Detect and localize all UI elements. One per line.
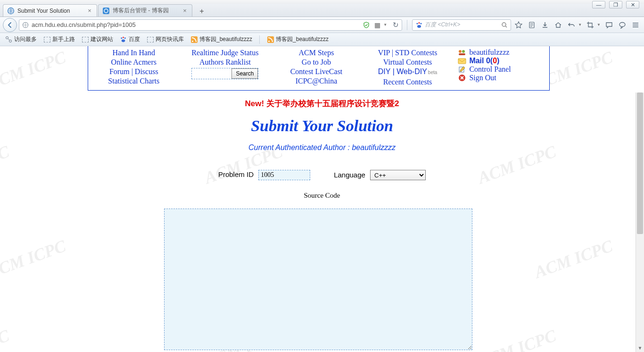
bookmark-item[interactable]: 网页快讯库: [144, 34, 186, 44]
search-go-icon[interactable]: [501, 22, 508, 28]
nav-user-col: beautifulzzzz Mail 0(0) Control Panel Si…: [453, 46, 549, 90]
browser-search-input[interactable]: 百度 <Ctrl+K>: [412, 19, 511, 31]
signout-icon: [458, 74, 466, 82]
cnblogs-icon: [102, 7, 110, 15]
nav-link[interactable]: Go to Job: [271, 58, 362, 67]
bookmark-item[interactable]: 建议网站: [79, 34, 116, 44]
address-bar-row: acm.hdu.edu.cn/submit.php?pid=1005 ▦ ▼ ↻…: [0, 17, 644, 33]
browser-tab[interactable]: 博客后台管理 - 博客园 ×: [98, 4, 192, 17]
svg-point-13: [121, 37, 122, 39]
language-group: Language C++: [334, 170, 426, 180]
svg-point-11: [6, 37, 8, 39]
bookmark-star-icon[interactable]: [513, 19, 524, 31]
problem-id-input[interactable]: [258, 170, 310, 180]
username-link[interactable]: beautifulzzzz: [469, 48, 509, 57]
download-icon[interactable]: [539, 19, 551, 31]
maximize-button[interactable]: ❐: [609, 1, 622, 8]
bookmark-label: 新手上路: [52, 35, 75, 43]
url-input[interactable]: acm.hdu.edu.cn/submit.php?pid=1005 ▦ ▼ ↻: [19, 19, 402, 31]
menu-icon[interactable]: [630, 19, 641, 31]
feedback-icon[interactable]: [617, 19, 628, 31]
clipboard-icon[interactable]: [526, 19, 537, 31]
nav-link[interactable]: Virtual Contests: [362, 58, 454, 67]
nav-link[interactable]: Online Acmers: [88, 58, 180, 67]
home-icon[interactable]: [553, 19, 564, 31]
bookmark-item[interactable]: 访问最多: [3, 34, 39, 44]
nav-col-3: ACM Steps Go to Job Contest LiveCast ICP…: [271, 46, 362, 90]
nav-link[interactable]: Recent Contests: [362, 77, 454, 87]
bookmarks-bar: 访问最多 新手上路 建议网站 百度 网页快讯库 博客园_beautifulzzz…: [0, 33, 644, 46]
svg-point-10: [619, 22, 625, 26]
svg-point-7: [417, 25, 421, 28]
nav-link[interactable]: DIY | Web-DIYbeta: [362, 67, 454, 77]
reload-icon[interactable]: ↻: [393, 21, 399, 29]
scroll-thumb[interactable]: [637, 92, 643, 234]
rss-icon: [267, 36, 274, 43]
user-row: beautifulzzzz: [458, 48, 549, 57]
shield-icon[interactable]: [363, 22, 370, 28]
source-code-textarea[interactable]: [164, 209, 472, 350]
bookmark-item[interactable]: 新手上路: [41, 34, 77, 44]
bookmark-item[interactable]: 百度: [117, 34, 142, 44]
crop-icon[interactable]: [585, 19, 596, 31]
nav-link[interactable]: ACM Steps: [271, 48, 362, 58]
url-right-icons: ▦ ▼ ↻: [363, 21, 399, 29]
url-text: acm.hdu.edu.cn/submit.php?pid=1005: [32, 21, 363, 28]
mail-row[interactable]: Mail 0(0): [458, 57, 549, 65]
nav-link[interactable]: Realtime Judge Status: [180, 48, 271, 58]
news-marquee: New! 关于举办校第十五届程序设计竞赛暨2: [0, 98, 644, 109]
author-search-input[interactable]: [192, 69, 230, 78]
signout-link[interactable]: Sign Out: [469, 74, 496, 82]
svg-point-18: [462, 50, 465, 53]
nav-link[interactable]: VIP | STD Contests: [362, 48, 454, 58]
nav-link[interactable]: Forum | Discuss: [88, 67, 180, 76]
vertical-scrollbar[interactable]: ▲ ▼: [636, 92, 644, 352]
nav-link[interactable]: Statistical Charts: [88, 76, 180, 86]
nav-col-2: Realtime Judge Status Authors Ranklist S…: [180, 46, 271, 90]
window-controls: — ❐ ✕: [592, 1, 639, 8]
close-window-button[interactable]: ✕: [626, 1, 639, 8]
close-tab-icon[interactable]: ×: [182, 8, 188, 14]
rss-icon: [190, 36, 198, 43]
problem-id-label: Problem ID: [218, 170, 254, 178]
svg-point-4: [417, 23, 418, 24]
svg-point-12: [9, 40, 12, 42]
mail-link[interactable]: Mail 0(0): [469, 57, 499, 65]
site-nav-box: Hand In Hand Online Acmers Forum | Discu…: [88, 46, 550, 91]
news-text[interactable]: 关于举办校第十五届程序设计竞赛暨2: [266, 99, 399, 108]
baidu-paw-icon: [415, 21, 423, 29]
baidu-paw-icon: [120, 36, 127, 43]
nav-link[interactable]: Hand In Hand: [88, 48, 180, 58]
nav-link[interactable]: ICPC@China: [271, 76, 362, 86]
new-tab-button[interactable]: +: [196, 6, 207, 17]
author-search-button[interactable]: Search: [231, 68, 258, 79]
browser-tab-active[interactable]: Submit Your Solution ×: [3, 4, 97, 17]
bookmark-label: 博客园_beautifulzzzz: [199, 35, 252, 43]
bookmark-item[interactable]: 博客园_beautifulzzzz: [264, 34, 331, 44]
os-titlebar: [0, 0, 644, 4]
tab-title: Submit Your Solution: [17, 8, 86, 14]
control-panel-link[interactable]: Control Panel: [469, 65, 511, 74]
svg-point-8: [502, 23, 506, 26]
globe-icon: [7, 7, 15, 15]
nav-link[interactable]: Authors Ranklist: [180, 58, 271, 67]
scroll-down-icon[interactable]: ▼: [636, 344, 644, 352]
language-select[interactable]: C++: [370, 170, 426, 180]
folder-icon: [43, 36, 50, 43]
qr-icon[interactable]: ▦: [374, 21, 380, 29]
separator: [259, 35, 260, 44]
svg-rect-19: [459, 53, 465, 55]
undo-icon[interactable]: [566, 19, 577, 31]
minimize-button[interactable]: —: [592, 1, 605, 8]
dropdown-icon[interactable]: ▼: [597, 23, 601, 27]
close-tab-icon[interactable]: ×: [86, 8, 93, 14]
bookmark-item[interactable]: 博客园_beautifulzzzz: [188, 34, 255, 44]
signout-row[interactable]: Sign Out: [458, 74, 549, 82]
control-panel-row[interactable]: Control Panel: [458, 65, 549, 74]
chat-icon[interactable]: [603, 19, 615, 31]
svg-rect-1: [103, 8, 109, 14]
back-button[interactable]: [3, 18, 17, 32]
nav-link[interactable]: Contest LiveCast: [271, 67, 362, 76]
dropdown-icon[interactable]: ▼: [383, 23, 387, 27]
dropdown-icon[interactable]: ▼: [578, 23, 582, 27]
